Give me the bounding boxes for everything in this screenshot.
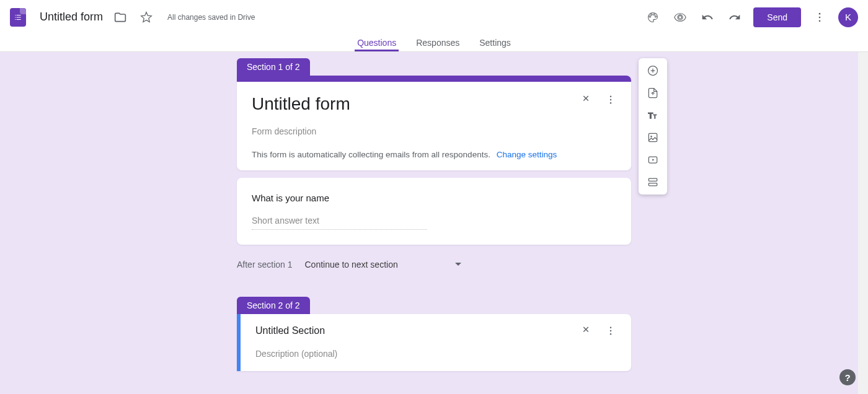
send-button[interactable]: Send [753,7,801,27]
svg-point-7 [610,330,611,331]
svg-rect-15 [649,178,657,181]
after-section-row: After section 1 Continue to next section [237,252,631,297]
after-section-value: Continue to next section [305,260,398,269]
after-section-dropdown[interactable]: Continue to next section [300,257,466,272]
section-1-description[interactable]: Form description [252,126,616,136]
question-1-text[interactable]: What is your name [252,193,616,203]
import-questions-icon[interactable] [645,85,660,100]
vertical-scrollbar[interactable] [858,52,868,394]
svg-rect-16 [649,183,657,186]
forms-logo-icon[interactable] [10,8,26,27]
svg-point-6 [610,327,611,328]
more-menu-icon[interactable] [811,9,828,26]
section-2-label: Section 2 of 2 [237,297,310,314]
question-card-1[interactable]: What is your name Short answer text [237,178,631,245]
after-section-label: After section 1 [237,260,293,269]
add-video-icon[interactable] [645,152,660,167]
main-canvas: Section 1 of 2 Untitled form Form descri… [0,52,868,394]
tab-settings[interactable]: Settings [477,35,513,51]
add-section-icon[interactable] [645,175,660,190]
svg-point-8 [610,333,611,335]
section-1-label: Section 1 of 2 [237,58,310,76]
add-question-icon[interactable] [645,63,660,78]
change-settings-link[interactable]: Change settings [497,150,557,159]
theme-icon[interactable] [644,9,662,26]
svg-point-13 [650,136,652,138]
svg-point-4 [610,99,611,100]
section-2-more-icon[interactable] [605,325,616,339]
account-avatar[interactable]: K [838,7,858,27]
tabs-bar: Questions Responses Settings [0,34,868,52]
redo-icon[interactable] [726,9,743,26]
question-1-answer-placeholder: Short answer text [252,216,427,230]
section-1-title[interactable]: Untitled form [252,94,580,114]
header-right: Send K [644,7,858,27]
star-icon[interactable] [138,9,155,26]
move-to-folder-icon[interactable] [112,9,129,26]
section-2-description[interactable]: Description (optional) [255,349,616,359]
svg-point-1 [819,16,821,18]
header-left: Untitled form All changes saved in Drive [10,8,255,27]
save-status: All changes saved in Drive [167,13,255,22]
collapse-section-icon[interactable] [580,94,591,108]
svg-text:T: T [649,112,653,120]
svg-point-5 [610,102,611,103]
svg-point-2 [819,20,821,22]
tab-questions[interactable]: Questions [355,35,399,51]
svg-rect-12 [649,133,657,141]
floating-toolbar: TT [639,58,667,195]
undo-icon[interactable] [699,9,716,26]
section-2-header-card[interactable]: Untitled Section Description (optional) [237,314,631,371]
collapse-section-2-icon[interactable] [580,325,591,339]
chevron-down-icon [455,261,461,268]
preview-icon[interactable] [671,9,689,26]
document-title[interactable]: Untitled form [35,11,103,24]
add-title-icon[interactable]: TT [645,108,660,123]
svg-point-0 [819,12,821,14]
help-icon[interactable]: ? [839,369,856,385]
email-notice-text: This form is automatically collecting em… [252,150,490,159]
app-header: Untitled form All changes saved in Drive… [0,0,868,34]
section-2-title[interactable]: Untitled Section [255,325,580,336]
form-canvas: Section 1 of 2 Untitled form Form descri… [237,58,631,371]
add-image-icon[interactable] [645,130,660,145]
email-collection-notice: This form is automatically collecting em… [252,150,616,159]
svg-point-3 [610,96,611,97]
section-1-header-card[interactable]: Untitled form Form description This form… [237,76,631,170]
section-more-icon[interactable] [605,94,616,108]
tab-responses[interactable]: Responses [414,35,462,51]
svg-text:T: T [653,113,657,120]
